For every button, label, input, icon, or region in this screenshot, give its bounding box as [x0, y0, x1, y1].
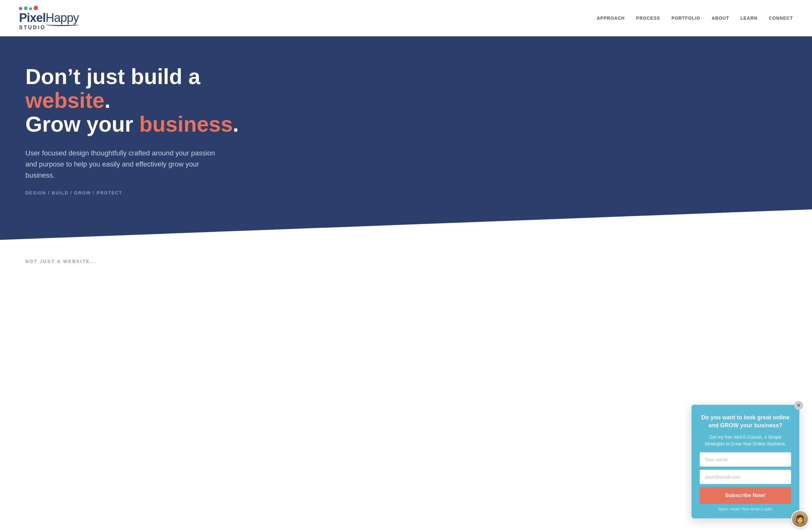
not-just-label: NOT JUST A WEBSITE...	[25, 259, 787, 264]
logo-happy-text: Happy	[46, 11, 79, 25]
hero-section: Don’t just build a website. Grow your bu…	[0, 36, 812, 240]
hero-headline-period2: .	[233, 112, 239, 136]
nav-about[interactable]: ABOUT	[712, 16, 729, 20]
logo[interactable]: Pixel Happy STUDIO	[19, 6, 79, 30]
below-hero-section: NOT JUST A WEBSITE...	[0, 240, 812, 277]
nav-portfolio[interactable]: PORTFOLIO	[671, 16, 700, 20]
nav-approach[interactable]: APPROACH	[597, 16, 625, 20]
dot-red	[34, 6, 38, 10]
hero-headline-business: business	[139, 112, 233, 136]
nav-process[interactable]: PROCESS	[636, 16, 660, 20]
hero-headline-period1: .	[104, 88, 111, 112]
hero-headline: Don’t just build a website. Grow your bu…	[25, 65, 273, 136]
logo-pixel-text: Pixel	[19, 11, 46, 25]
nav-learn[interactable]: LEARN	[741, 16, 757, 20]
hero-headline-part1: Don’t just build a	[25, 64, 201, 88]
logo-text: Pixel Happy STUDIO	[19, 11, 79, 30]
main-nav: APPROACH PROCESS PORTFOLIO ABOUT LEARN C…	[597, 16, 793, 20]
hero-subtext: User focused design thoughtfully crafted…	[25, 147, 216, 181]
dot-purple	[19, 7, 22, 10]
dot-blue	[29, 7, 32, 10]
hero-tagline: DESIGN / BUILD / GROW / PROTECT	[25, 190, 787, 196]
logo-dots	[19, 6, 79, 10]
hero-headline-website: website	[25, 88, 104, 112]
dot-green	[24, 6, 28, 10]
hero-headline-part2: Grow your	[25, 112, 139, 136]
site-header: Pixel Happy STUDIO APPROACH PROCESS PORT…	[0, 0, 812, 36]
nav-connect[interactable]: CONNECT	[769, 16, 793, 20]
